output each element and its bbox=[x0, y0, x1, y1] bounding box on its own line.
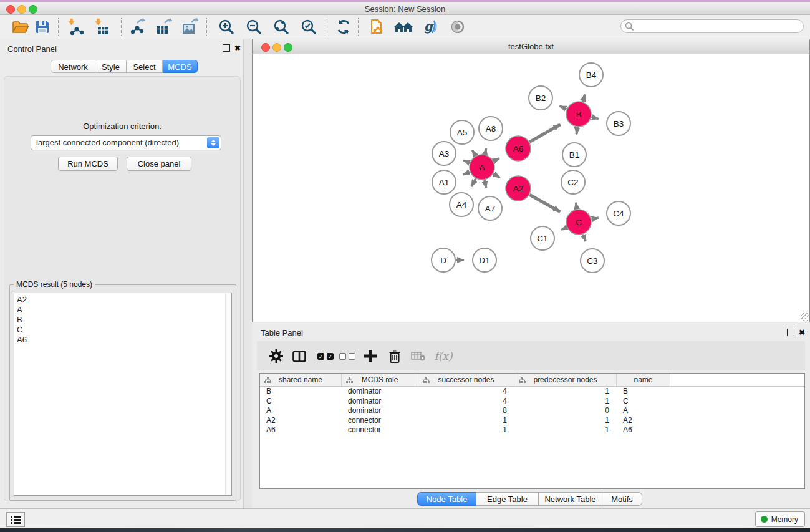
edge-A-A6[interactable] bbox=[494, 158, 499, 162]
select-all-button[interactable]: ✓✓ bbox=[316, 346, 335, 366]
network-canvas[interactable]: AA1A2A3A4A5A6A7A8BB1B2B3B4CC1C2C3C4DD1 bbox=[253, 54, 809, 322]
edge-C-C4[interactable] bbox=[592, 218, 599, 219]
edge-A-A3[interactable] bbox=[463, 160, 470, 163]
deselect-all-button[interactable] bbox=[337, 346, 357, 366]
edge-A-A7[interactable] bbox=[485, 180, 486, 188]
tab-select[interactable]: Select bbox=[127, 60, 163, 73]
cell-MCDS-role[interactable]: connector bbox=[342, 416, 418, 426]
toggle-panel-button[interactable] bbox=[289, 346, 309, 366]
cell-name[interactable]: C bbox=[617, 397, 670, 407]
cell-name[interactable]: A6 bbox=[617, 425, 670, 435]
cell-predecessor-nodes[interactable]: 1 bbox=[514, 387, 617, 397]
cell-shared-name[interactable]: B bbox=[260, 387, 342, 397]
edge-A-A8[interactable] bbox=[485, 148, 486, 154]
function-builder-button[interactable]: f(x) bbox=[433, 346, 453, 366]
edge-A-A5[interactable] bbox=[472, 150, 475, 156]
tab-network[interactable]: Network bbox=[51, 60, 95, 73]
panel-divider[interactable] bbox=[243, 39, 253, 508]
close-panel-icon[interactable]: ✖ bbox=[234, 44, 241, 52]
cell-predecessor-nodes[interactable]: 1 bbox=[514, 425, 617, 435]
edge-A-A4[interactable] bbox=[471, 178, 476, 186]
export-table-button[interactable] bbox=[153, 17, 173, 37]
resize-grip[interactable] bbox=[801, 313, 809, 321]
cell-shared-name[interactable]: A2 bbox=[260, 416, 342, 426]
zoom-fit-button[interactable] bbox=[271, 17, 291, 37]
zoom-out-button[interactable] bbox=[244, 17, 264, 37]
cell-MCDS-role[interactable]: dominator bbox=[342, 406, 418, 416]
network-graph[interactable]: AA1A2A3A4A5A6A7A8BB1B2B3B4CC1C2C3C4DD1 bbox=[253, 54, 809, 322]
mcds-result-item[interactable]: A6 bbox=[14, 335, 231, 345]
cell-successor-nodes[interactable]: 4 bbox=[418, 387, 514, 397]
edge-A6-B[interactable] bbox=[529, 125, 560, 142]
cell-predecessor-nodes[interactable]: 1 bbox=[514, 397, 617, 407]
cell-successor-nodes[interactable]: 4 bbox=[418, 397, 514, 407]
cell-MCDS-role[interactable]: dominator bbox=[342, 387, 418, 397]
task-history-button[interactable] bbox=[6, 512, 25, 527]
tab-style[interactable]: Style bbox=[95, 60, 127, 73]
cell-shared-name[interactable]: C bbox=[260, 397, 342, 407]
delete-column-button[interactable] bbox=[385, 346, 405, 366]
tab-node-table[interactable]: Node Table bbox=[417, 492, 476, 506]
float-table-panel-icon[interactable] bbox=[787, 329, 794, 337]
mcds-result-item[interactable]: A bbox=[14, 305, 231, 315]
edge-A-A2[interactable] bbox=[493, 174, 500, 178]
tab-edge-table[interactable]: Edge Table bbox=[476, 492, 539, 506]
edge-C-C3[interactable] bbox=[583, 235, 586, 241]
column-header-shared-name[interactable]: shared name bbox=[260, 374, 342, 386]
close-panel-button[interactable]: Close panel bbox=[127, 157, 191, 171]
show-graphics-details-button[interactable] bbox=[448, 17, 468, 37]
edge-A-A1[interactable] bbox=[463, 172, 470, 175]
export-network-button[interactable] bbox=[127, 17, 147, 37]
cell-shared-name[interactable]: A bbox=[260, 406, 342, 416]
zoom-in-button[interactable] bbox=[216, 17, 236, 37]
table-row[interactable]: A6connector11A6 bbox=[260, 425, 804, 435]
open-session-button[interactable] bbox=[10, 17, 30, 37]
cell-successor-nodes[interactable]: 8 bbox=[418, 406, 514, 416]
import-table-button[interactable] bbox=[92, 17, 112, 37]
edge-B-B4[interactable] bbox=[582, 94, 585, 102]
delete-table-button[interactable] bbox=[408, 346, 428, 366]
column-header-predecessor-nodes[interactable]: predecessor nodes bbox=[514, 374, 617, 386]
table-row[interactable]: Bdominator41B bbox=[260, 387, 804, 397]
cell-predecessor-nodes[interactable]: 1 bbox=[514, 416, 617, 426]
save-session-button[interactable] bbox=[32, 17, 52, 37]
network-window-titlebar[interactable]: testGlobe.txt bbox=[253, 39, 809, 54]
import-network-button[interactable] bbox=[66, 17, 86, 37]
refresh-button[interactable] bbox=[334, 17, 354, 37]
cell-name[interactable]: B bbox=[617, 387, 670, 397]
criterion-dropdown[interactable]: largest connected component (directed) bbox=[31, 135, 221, 150]
run-mcds-button[interactable]: Run MCDS bbox=[58, 157, 118, 171]
table-row[interactable]: Cdominator41C bbox=[260, 397, 804, 407]
clone-network-button[interactable] bbox=[368, 17, 388, 37]
edge-B-B2[interactable] bbox=[559, 106, 566, 109]
cell-name[interactable]: A2 bbox=[617, 416, 670, 426]
search-field[interactable] bbox=[620, 19, 804, 33]
mcds-result-item[interactable]: A2 bbox=[14, 293, 231, 305]
node-table[interactable]: shared nameMCDS rolesuccessor nodesprede… bbox=[259, 373, 805, 489]
tab-network-table[interactable]: Network Table bbox=[539, 492, 602, 506]
cell-predecessor-nodes[interactable]: 0 bbox=[514, 406, 617, 416]
edge-B-B3[interactable] bbox=[591, 117, 598, 119]
column-header-name[interactable]: name bbox=[617, 374, 670, 386]
cell-MCDS-role[interactable]: dominator bbox=[342, 397, 418, 407]
add-column-button[interactable] bbox=[360, 346, 380, 366]
memory-button[interactable]: Memory bbox=[755, 511, 805, 527]
zoom-selected-button[interactable] bbox=[299, 17, 319, 37]
column-header-MCDS-role[interactable]: MCDS role bbox=[342, 374, 418, 386]
export-image-button[interactable] bbox=[180, 17, 200, 37]
edge-A2-C[interactable] bbox=[529, 195, 560, 211]
edge-C-C2[interactable] bbox=[576, 203, 577, 210]
cell-successor-nodes[interactable]: 1 bbox=[418, 425, 514, 435]
cell-name[interactable]: A bbox=[617, 406, 670, 416]
table-row[interactable]: Adominator80A bbox=[260, 406, 804, 416]
float-panel-icon[interactable] bbox=[223, 44, 230, 53]
cell-successor-nodes[interactable]: 1 bbox=[418, 416, 514, 426]
column-header-successor-nodes[interactable]: successor nodes bbox=[418, 374, 514, 386]
edge-B-B1[interactable] bbox=[577, 127, 577, 134]
mcds-result-list[interactable]: A2ABCA6 bbox=[14, 293, 232, 496]
cell-shared-name[interactable]: A6 bbox=[260, 425, 342, 435]
mcds-result-item[interactable]: C bbox=[14, 325, 231, 335]
cell-MCDS-role[interactable]: connector bbox=[342, 425, 418, 435]
edge-C-C1[interactable] bbox=[561, 228, 567, 230]
search-input[interactable] bbox=[634, 21, 803, 31]
